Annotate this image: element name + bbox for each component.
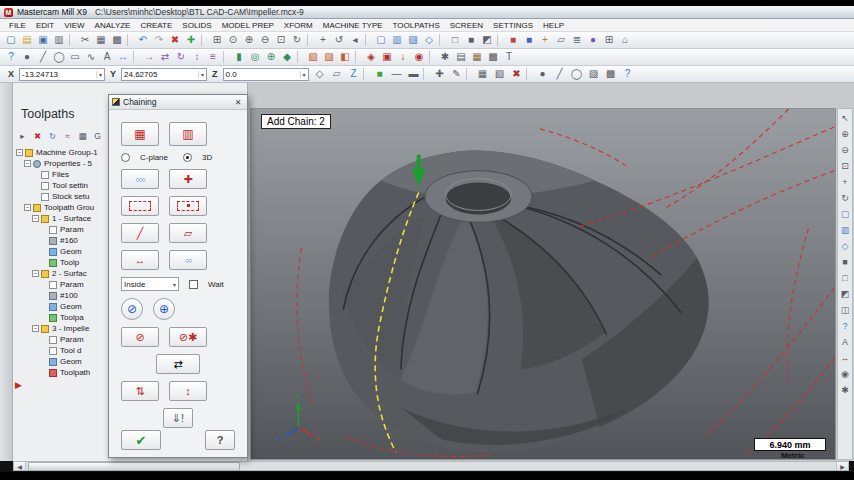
- redo-icon[interactable]: ↷: [151, 33, 167, 47]
- point-button[interactable]: ✚: [169, 169, 207, 189]
- menu-settings[interactable]: SETTINGS: [488, 21, 538, 30]
- repaint-icon[interactable]: ↻: [289, 33, 305, 47]
- menu-analyze[interactable]: ANALYZE: [90, 21, 136, 30]
- measure-icon[interactable]: ↔: [839, 352, 852, 365]
- quick-mask-solid-icon[interactable]: ▩: [603, 67, 619, 81]
- dynamic-rotate-icon[interactable]: ↺: [331, 33, 347, 47]
- analyze-icon[interactable]: ?: [839, 320, 852, 333]
- shaded-display-icon[interactable]: ■: [463, 33, 479, 47]
- unselect-chain-button[interactable]: ⊘: [121, 298, 143, 320]
- impeller-model[interactable]: [329, 151, 709, 453]
- swap-start-end-button[interactable]: ⇄: [156, 354, 200, 374]
- isometric-view-icon[interactable]: ◇: [421, 33, 437, 47]
- help-icon[interactable]: ?: [620, 67, 636, 81]
- menu-solids[interactable]: SOLIDS: [177, 21, 216, 30]
- new-file-icon[interactable]: ▢: [3, 33, 19, 47]
- rotate-icon[interactable]: ↻: [839, 192, 852, 205]
- solid-fillet-icon[interactable]: ◆: [279, 50, 295, 64]
- quick-mask-arc-icon[interactable]: ◯: [569, 67, 585, 81]
- control-def-icon[interactable]: ▤: [453, 50, 469, 64]
- wireframe-display-icon[interactable]: □: [447, 33, 463, 47]
- previous-view-icon[interactable]: ◂: [347, 33, 363, 47]
- menu-toolpaths[interactable]: TOOLPATHS: [388, 21, 445, 30]
- scroll-left-icon[interactable]: ◀: [14, 462, 26, 470]
- quick-mask-point-icon[interactable]: ●: [535, 67, 551, 81]
- levels-icon[interactable]: ≣: [569, 33, 585, 47]
- regen-operations-icon[interactable]: ↻: [46, 130, 59, 142]
- vector-chain-button[interactable]: ↔: [121, 250, 159, 270]
- surface-revolved-icon[interactable]: ▨: [321, 50, 337, 64]
- quick-mask-surface-icon[interactable]: ▨: [586, 67, 602, 81]
- xform-scale-icon[interactable]: ↕: [189, 50, 205, 64]
- cplane-radio[interactable]: [121, 153, 130, 162]
- wait-checkbox[interactable]: [189, 280, 198, 289]
- cut-icon[interactable]: ✂: [77, 33, 93, 47]
- gview-icon[interactable]: ◇: [312, 67, 328, 81]
- translucent-icon[interactable]: ◩: [839, 288, 852, 301]
- toolpath-contour-icon[interactable]: ◈: [363, 50, 379, 64]
- planes-icon[interactable]: ▱: [329, 67, 345, 81]
- menu-file[interactable]: FILE: [4, 21, 31, 30]
- expand-collapse-icon[interactable]: −: [32, 215, 39, 222]
- entity-color-icon[interactable]: ■: [505, 33, 521, 47]
- fastpoint-icon[interactable]: ✎: [449, 67, 465, 81]
- menu-xform[interactable]: XFORM: [279, 21, 318, 30]
- dimension-icon[interactable]: ↔: [115, 50, 131, 64]
- toolpath-drill-icon[interactable]: ↓: [395, 50, 411, 64]
- last-chain-button[interactable]: ⊕: [153, 298, 175, 320]
- line-style-icon[interactable]: ―: [389, 67, 405, 81]
- reverse-direction-button[interactable]: ⇅: [121, 381, 159, 401]
- menu-create[interactable]: CREATE: [135, 21, 177, 30]
- create-line-icon[interactable]: ╱: [35, 50, 51, 64]
- chain-button[interactable]: ○○○: [121, 169, 159, 189]
- shift-chain-button[interactable]: ↕: [169, 381, 207, 401]
- 3d-radio[interactable]: [183, 153, 192, 162]
- menu-machine-type[interactable]: MACHINE TYPE: [318, 21, 388, 30]
- quick-mask-line-icon[interactable]: ╱: [552, 67, 568, 81]
- pan-icon[interactable]: +: [315, 33, 331, 47]
- translucent-display-icon[interactable]: ◩: [479, 33, 495, 47]
- stock-model-icon[interactable]: ▦: [469, 50, 485, 64]
- expand-collapse-icon[interactable]: −: [32, 270, 39, 277]
- menu-screen[interactable]: SCREEN: [445, 21, 488, 30]
- cursor-icon[interactable]: ↖: [839, 112, 852, 125]
- end-entity-options-button[interactable]: ⊘✱: [169, 327, 207, 347]
- single-chain-button[interactable]: ╱: [121, 223, 159, 243]
- autocursor-icon[interactable]: ✚: [432, 67, 448, 81]
- help-button[interactable]: ?: [205, 430, 235, 450]
- menu-edit[interactable]: EDIT: [31, 21, 59, 30]
- material-icon[interactable]: ▩: [485, 50, 501, 64]
- analyze-entity-icon[interactable]: ?: [3, 50, 19, 64]
- create-spline-icon[interactable]: ∿: [83, 50, 99, 64]
- solid-extrude-icon[interactable]: ▮: [231, 50, 247, 64]
- expand-collapse-icon[interactable]: −: [24, 204, 31, 211]
- menu-view[interactable]: VIEW: [59, 21, 89, 30]
- create-arc-icon[interactable]: ◯: [51, 50, 67, 64]
- end-entity-button[interactable]: ⊘: [121, 327, 159, 347]
- scrollbar-thumb[interactable]: [28, 462, 240, 471]
- copy-icon[interactable]: ▦: [93, 33, 109, 47]
- capture-icon[interactable]: ◉: [839, 368, 852, 381]
- polygon-chain-button[interactable]: ▱: [169, 223, 207, 243]
- front-view-icon[interactable]: ▥: [839, 224, 852, 237]
- wireframe-icon[interactable]: □: [839, 272, 852, 285]
- orientation-icon[interactable]: ⌂: [617, 33, 633, 47]
- plane-icon[interactable]: ▱: [553, 33, 569, 47]
- unselect-all-icon[interactable]: ✖: [509, 67, 525, 81]
- zoom-target-icon[interactable]: ⊙: [225, 33, 241, 47]
- partial-chain-button[interactable]: ○○: [169, 250, 207, 270]
- zoom-out-icon[interactable]: ⊖: [839, 144, 852, 157]
- expand-collapse-icon[interactable]: −: [32, 325, 39, 332]
- create-rectangle-icon[interactable]: ▭: [67, 50, 83, 64]
- chain-mode-wireframe-button[interactable]: ▦: [121, 122, 159, 146]
- scroll-right-icon[interactable]: ▶: [836, 462, 848, 470]
- surface-net-icon[interactable]: ▧: [305, 50, 321, 64]
- xform-translate-icon[interactable]: →: [141, 50, 157, 64]
- inside-outside-dropdown[interactable]: Inside ▾: [121, 277, 179, 291]
- chaining-dialog-titlebar[interactable]: Chaining ✕: [109, 95, 247, 110]
- fit-screen-icon[interactable]: ⊡: [273, 33, 289, 47]
- options-icon[interactable]: ✱: [839, 384, 852, 397]
- zoom-window-icon[interactable]: ⊞: [209, 33, 225, 47]
- top-view-icon[interactable]: ▢: [373, 33, 389, 47]
- attributes-color-icon[interactable]: ■: [372, 67, 388, 81]
